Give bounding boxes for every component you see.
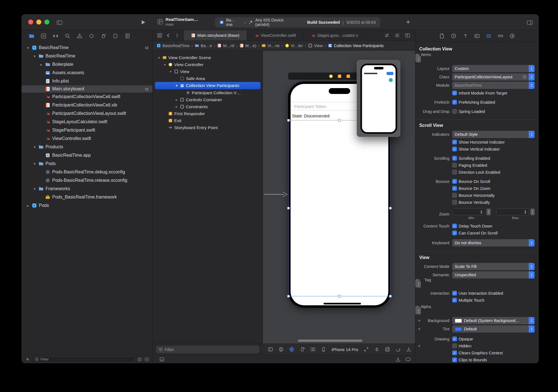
zoom-max-field[interactable]: 1 <box>496 208 529 215</box>
checkbox-clips-to-bounds[interactable]: ✓ <box>452 357 457 362</box>
view-controller-icon[interactable] <box>329 74 333 78</box>
align-icon[interactable] <box>374 347 379 352</box>
toggle-navigator-button[interactable] <box>57 20 62 25</box>
zoom-window-button[interactable] <box>44 20 49 25</box>
resize-handle[interactable] <box>338 119 341 122</box>
disclosure-chevron[interactable]: ▾ <box>33 187 37 191</box>
navigator-tab-find[interactable] <box>65 33 70 39</box>
canvas-horizontal-scrollbar[interactable] <box>298 340 362 342</box>
storyboard-entry-arrow[interactable] <box>264 191 289 198</box>
checkbox-prefetching-enabled[interactable]: ✓ <box>452 100 457 105</box>
file-tree-item-basicrealtime[interactable]: ▾BasicRealTimeM <box>21 43 152 52</box>
scheme-selector[interactable]: Ba…ime › Any iOS Device (arm64) Build Su… <box>215 17 380 27</box>
checkbox-can-cancel-on-scroll[interactable]: ✓ <box>452 231 457 235</box>
editor-tab-main-storyboard-base[interactable]: Main.storyboard (Base) <box>183 30 247 40</box>
outline-item-view-controller[interactable]: ▾View Controller <box>155 61 260 68</box>
breadcrumb-item-m-e[interactable]: M…e) <box>240 43 256 48</box>
collection-view-selection[interactable] <box>288 120 391 296</box>
accessibility-icon[interactable] <box>279 347 284 352</box>
update-frames-icon[interactable] <box>396 357 401 362</box>
outline-item-controls-container[interactable]: ▸Controls Container <box>155 96 260 103</box>
toggle-inspector-button[interactable] <box>527 20 533 25</box>
checkbox-scrolling-enabled[interactable]: ✓ <box>452 156 457 161</box>
breadcrumb-item-basicrealtime[interactable]: BasicRealTime <box>157 43 190 48</box>
checkbox-opaque[interactable]: ✓ <box>452 337 457 341</box>
disclosure-chevron[interactable]: ▾ <box>157 56 161 60</box>
zoom-fit-icon[interactable] <box>364 347 369 352</box>
file-tree-item-pods-basicrealtime-framework[interactable]: Pods_BasicRealTime.framework <box>21 193 152 201</box>
file-tree-item-pods[interactable]: ▸Pods <box>21 201 152 210</box>
resize-handle[interactable] <box>287 207 290 209</box>
code-review-icon[interactable] <box>384 33 389 38</box>
outline-item-first-responder[interactable]: First Responder <box>155 110 260 117</box>
inspector-tab-identity[interactable] <box>474 33 480 39</box>
file-tree-item-basicrealtime[interactable]: ▾BasicRealTime <box>21 52 152 60</box>
popup-content-mode[interactable]: Scale To Fill▴▾ <box>452 263 535 270</box>
add-constraints-icon[interactable] <box>385 347 390 352</box>
popup-class[interactable]: ParticipantCollectionViewLayout▴▾ <box>452 73 535 81</box>
file-tree-item-pods-basicrealtime-release-xcconfig[interactable]: Pods-BasicRealTime.release.xcconfig <box>21 176 152 185</box>
outline-item-view-controller-scene[interactable]: ▾View Controller Scene <box>155 54 260 61</box>
checkbox-direction-lock-enabled[interactable] <box>452 170 457 175</box>
toggle-outline-icon[interactable] <box>159 357 164 362</box>
editor-tab-viewcontroller-swift[interactable]: ViewController.swift <box>247 30 303 40</box>
inspector-tab-attributes[interactable] <box>486 33 492 39</box>
display-scale-icon[interactable] <box>406 357 411 362</box>
resize-handle[interactable] <box>338 295 341 297</box>
popup-layout[interactable]: Custom▴▾ <box>452 65 535 72</box>
checkbox-user-interaction-enabled[interactable]: ✓ <box>452 291 457 296</box>
disclosure-chevron[interactable]: ▾ <box>169 70 173 74</box>
inspector-tab-history[interactable] <box>451 33 456 39</box>
disclosure-chevron[interactable]: ▾ <box>175 84 178 88</box>
resize-handle[interactable] <box>389 295 392 297</box>
add-variation-button[interactable]: + <box>418 326 421 332</box>
back-icon[interactable] <box>166 33 171 38</box>
file-tree-item-stagelayoutcalculator-swift[interactable]: StageLayoutCalculator.swift <box>21 118 152 126</box>
checkbox-bounce-horizontally[interactable] <box>452 193 457 198</box>
add-variation-button[interactable]: + <box>418 343 421 349</box>
file-tree-item-main-storyboard[interactable]: Main.storyboardM <box>21 85 152 93</box>
popup-background[interactable]: Default (System Background…▴▾ <box>452 317 535 324</box>
add-variation-button[interactable]: + <box>418 318 421 323</box>
popup-module[interactable]: BasicRealTime▴▾ <box>452 82 535 89</box>
checkbox-spring-loaded[interactable] <box>452 109 457 114</box>
resize-handle[interactable] <box>389 207 392 209</box>
editor-tab-stagelayou-culator-s[interactable]: StageLayou…culator.s <box>303 30 365 40</box>
checkbox-clears-graphics-context[interactable]: ✓ <box>452 350 457 355</box>
disclosure-chevron[interactable]: ▾ <box>163 63 167 67</box>
file-tree-item-frameworks[interactable]: ▾Frameworks <box>21 185 152 193</box>
file-tree-item-products[interactable]: ▾Products <box>21 143 152 151</box>
checkbox-multiple-touch[interactable]: ✓ <box>452 298 457 303</box>
state-label[interactable]: State: Disconnected <box>292 113 329 118</box>
minimize-window-button[interactable] <box>36 20 41 25</box>
forward-icon[interactable] <box>174 33 179 38</box>
resolve-autolayout-icon[interactable] <box>406 347 411 352</box>
inspector-tab-file[interactable] <box>439 33 445 39</box>
split-view-icon[interactable] <box>310 347 315 352</box>
checkbox-bounce-on-zoom[interactable]: ✓ <box>452 186 457 191</box>
project-status[interactable]: RealTimeSam… main <box>157 17 198 27</box>
file-tree-item-assets-xcassets[interactable]: Assets.xcassets <box>21 69 152 77</box>
rotate-device-icon[interactable] <box>300 347 305 352</box>
source-control-status-icon[interactable] <box>145 357 149 362</box>
stepper-tag[interactable]: ▴▾ <box>417 281 421 288</box>
disclosure-chevron[interactable]: ▸ <box>175 105 178 109</box>
zoom-min-field[interactable]: 1 <box>452 208 485 215</box>
file-tree-item-boilerplate[interactable]: ▸Boilerplate <box>21 60 152 69</box>
disclosure-chevron[interactable]: ▾ <box>33 162 37 166</box>
checkbox-inherit-module-from-target[interactable]: ✓ <box>452 91 457 95</box>
file-tree-item-stageparticipant-swift[interactable]: StageParticipant.swift <box>21 126 152 134</box>
recent-files-icon[interactable] <box>137 357 142 362</box>
zoom-max-stepper[interactable]: ▴▾ <box>530 209 535 215</box>
inspector-tab-connections[interactable] <box>509 33 515 39</box>
close-window-button[interactable] <box>28 20 33 25</box>
navigator-tab-symbols[interactable] <box>53 33 58 39</box>
outline-item-collection-view-participants[interactable]: ▾Collection View Participants <box>155 82 260 89</box>
file-tree-item-pods-basicrealtime-debug-xcconfig[interactable]: Pods-BasicRealTime.debug.xcconfig <box>21 168 152 176</box>
scheme-name[interactable]: Ba…ime <box>226 18 241 27</box>
stepper-alpha[interactable]: ▴▾ <box>417 308 421 314</box>
file-tree-item-viewcontroller-swift[interactable]: ViewController.swift <box>21 134 152 143</box>
device-name[interactable]: iPhone 14 Pro <box>332 347 358 352</box>
checkbox-bounce-on-scroll[interactable]: ✓ <box>452 179 457 184</box>
disclosure-chevron[interactable]: ▸ <box>175 98 178 102</box>
